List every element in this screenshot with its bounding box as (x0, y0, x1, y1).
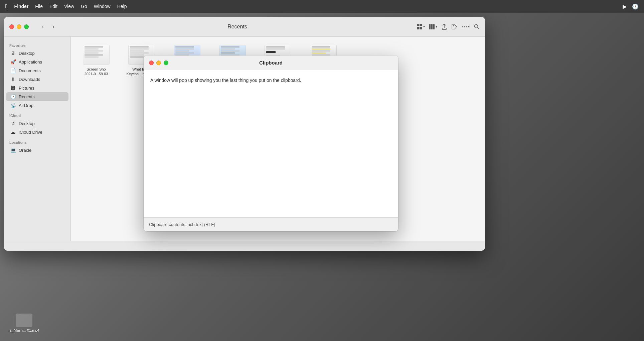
svg-rect-4 (429, 24, 431, 29)
sidebar: Favorites 🖥 Desktop 🚀 Applications 📄 Doc… (4, 37, 71, 241)
pictures-icon: 🖼 (10, 85, 16, 91)
menu-go[interactable]: Go (81, 4, 87, 9)
forward-button[interactable]: › (49, 22, 58, 31)
sidebar-item-icloud-drive-label: iCloud Drive (19, 130, 42, 135)
finder-statusbar (4, 241, 485, 251)
clipboard-maximize-button[interactable] (164, 61, 168, 65)
svg-point-9 (466, 26, 467, 27)
icloud-drive-icon: ☁ (10, 129, 16, 135)
applications-icon: 🚀 (10, 59, 16, 65)
menu-view[interactable]: View (64, 4, 74, 9)
more-options-button[interactable]: ▾ (461, 24, 470, 30)
sidebar-item-pictures[interactable]: 🖼 Pictures (6, 84, 68, 92)
clipboard-description: A window will pop up showing you the las… (150, 77, 391, 84)
clipboard-body: A window will pop up showing you the las… (144, 70, 398, 217)
favorites-header: Favorites (4, 39, 70, 49)
menu-window[interactable]: Window (94, 4, 111, 9)
sidebar-item-oracle[interactable]: 💻 Oracle (6, 146, 68, 154)
maximize-button[interactable] (24, 24, 29, 29)
navigation-buttons: ‹ › (38, 22, 58, 31)
sidebar-item-pictures-label: Pictures (19, 86, 34, 91)
menubar:  Finder File Edit View Go Window Help ▶… (0, 0, 644, 13)
clipboard-close-button[interactable] (149, 61, 154, 65)
clipboard-titlebar: Clipboard (144, 55, 398, 70)
sidebar-item-icloud-desktop-label: Desktop (19, 121, 35, 126)
window-title: Recents (62, 24, 413, 30)
ellipsis-icon (461, 24, 467, 30)
recents-icon: 🕐 (10, 94, 16, 99)
sidebar-item-desktop-label: Desktop (19, 51, 35, 56)
desktop-file-label: rs_Mash...-01.mp4 (9, 328, 39, 332)
sidebar-item-applications-label: Applications (19, 60, 42, 65)
icloud-desktop-icon: 🖥 (10, 121, 16, 126)
search-icon (474, 24, 480, 30)
svg-rect-5 (431, 24, 433, 29)
sidebar-item-desktop[interactable]: 🖥 Desktop (6, 49, 68, 58)
file-item[interactable]: Screen Sho2021-0...59.03 (76, 42, 116, 79)
menu-help[interactable]: Help (117, 4, 127, 9)
file-thumbnail (83, 45, 110, 65)
svg-rect-2 (417, 27, 419, 29)
sidebar-item-downloads-label: Downloads (19, 77, 40, 82)
toolbar-actions: ▾ ▾ ▾ (417, 24, 480, 30)
share-button[interactable] (441, 24, 447, 30)
sidebar-item-applications[interactable]: 🚀 Applications (6, 58, 68, 66)
svg-rect-1 (420, 24, 422, 26)
sidebar-item-documents[interactable]: 📄 Documents (6, 66, 68, 75)
menu-edit[interactable]: Edit (49, 4, 57, 9)
clipboard-dialog: Clipboard A window will pop up showing y… (144, 55, 398, 231)
chevron-down-icon: ▾ (423, 25, 425, 28)
tag-icon (451, 24, 457, 30)
chevron-down-icon2: ▾ (436, 25, 437, 28)
minimize-button[interactable] (17, 24, 21, 29)
clipboard-footer: Clipboard contents: rich text (RTF) (144, 217, 398, 231)
search-button[interactable] (474, 24, 480, 30)
menu-file[interactable]: File (35, 4, 43, 9)
apple-menu-icon[interactable]:  (5, 3, 8, 10)
view-icon-grid[interactable]: ▾ (417, 24, 425, 30)
sidebar-item-airdrop-label: AirDrop (19, 103, 33, 108)
desktop-file-icon (16, 314, 32, 327)
menubar-right-controls: ▶ 🕐 (623, 3, 639, 10)
desktop-file-item[interactable]: rs_Mash...-01.mp4 (7, 312, 41, 334)
icloud-header: iCloud (4, 110, 70, 119)
svg-point-8 (464, 26, 465, 27)
close-button[interactable] (9, 24, 14, 29)
sidebar-item-downloads[interactable]: ⬇ Downloads (6, 75, 68, 84)
clipboard-traffic-lights (149, 61, 168, 65)
file-name: Screen Sho2021-0...59.03 (85, 67, 108, 77)
sidebar-item-recents[interactable]: 🕐 Recents (6, 92, 68, 101)
sidebar-item-icloud-drive[interactable]: ☁ iCloud Drive (6, 128, 68, 136)
sidebar-item-recents-label: Recents (19, 94, 35, 99)
window-traffic-lights (9, 24, 29, 29)
downloads-icon: ⬇ (10, 77, 16, 82)
columns-icon (429, 24, 435, 30)
sidebar-item-icloud-desktop[interactable]: 🖥 Desktop (6, 119, 68, 128)
svg-point-10 (475, 24, 478, 28)
clipboard-contents-label: Clipboard contents: rich text (RTF) (149, 222, 215, 227)
clipboard-minimize-button[interactable] (156, 61, 161, 65)
sidebar-item-documents-label: Documents (19, 68, 41, 73)
chevron-down-icon3: ▾ (468, 25, 470, 28)
documents-icon: 📄 (10, 68, 16, 73)
tag-button[interactable] (451, 24, 457, 30)
sidebar-item-airdrop[interactable]: 📡 AirDrop (6, 101, 68, 110)
svg-point-7 (462, 26, 463, 27)
back-button[interactable]: ‹ (38, 22, 47, 31)
svg-rect-3 (420, 27, 422, 29)
svg-line-11 (478, 27, 479, 29)
svg-rect-6 (433, 24, 435, 29)
play-icon[interactable]: ▶ (623, 3, 627, 10)
time-machine-icon[interactable]: 🕐 (632, 3, 639, 10)
view-icon-columns[interactable]: ▾ (429, 24, 437, 30)
menu-finder[interactable]: Finder (14, 4, 29, 9)
desktop-icon: 🖥 (10, 50, 16, 56)
desktop: ‹ › Recents ▾ ▾ (0, 13, 644, 341)
finder-toolbar: ‹ › Recents ▾ ▾ (4, 17, 485, 37)
clipboard-title: Clipboard (259, 60, 283, 66)
svg-rect-0 (417, 24, 419, 26)
oracle-icon: 💻 (10, 147, 16, 153)
airdrop-icon: 📡 (10, 103, 16, 108)
locations-header: Locations (4, 136, 70, 146)
share-icon (441, 24, 447, 30)
